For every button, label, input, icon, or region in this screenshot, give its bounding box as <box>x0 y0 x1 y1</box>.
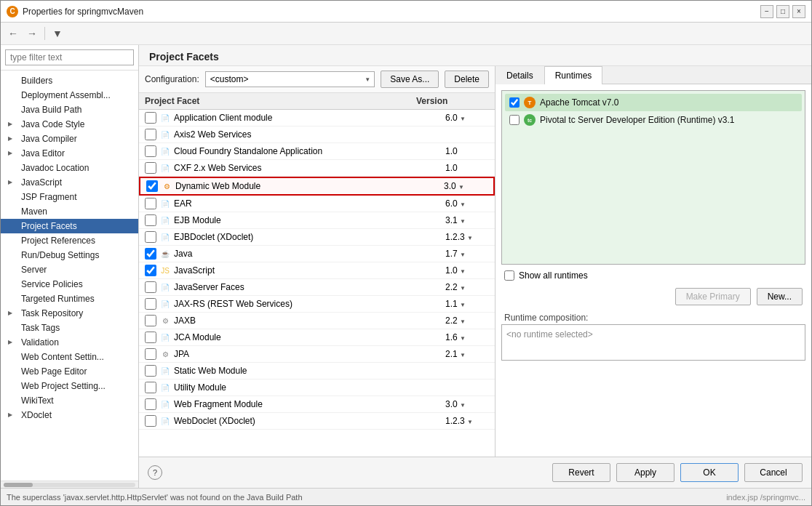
version-dropdown-arrow[interactable]: ▼ <box>458 184 464 190</box>
version-dropdown-arrow[interactable]: ▼ <box>460 218 466 225</box>
menu-button[interactable]: ▼ <box>49 25 65 41</box>
facet-checkbox[interactable] <box>145 332 156 343</box>
nav-item-run-debug-settings[interactable]: Run/Debug Settings <box>1 248 138 262</box>
facet-name: JAX-RS (REST Web Services) <box>174 299 445 309</box>
facet-checkbox[interactable] <box>145 214 156 226</box>
version-dropdown-arrow[interactable]: ▼ <box>467 235 473 241</box>
version-dropdown-arrow[interactable]: ▼ <box>467 419 473 425</box>
facet-name: JavaScript <box>174 265 445 276</box>
config-select-wrap: <custom> <box>205 71 375 87</box>
facets-area: Configuration: <custom> Save As... Delet… <box>139 66 811 457</box>
facet-checkbox[interactable] <box>145 365 156 377</box>
maximize-button[interactable]: □ <box>776 5 789 18</box>
nav-item-java-build-path[interactable]: Java Build Path <box>1 103 138 117</box>
facet-row: JSJavaScript1.0 ▼ <box>139 262 495 279</box>
ok-button[interactable]: OK <box>680 463 739 482</box>
runtime-composition-value: <no runtime selected> <box>506 329 593 340</box>
page-title: Project Facets <box>139 45 811 66</box>
nav-item-wikitext[interactable]: WikiText <box>1 393 138 408</box>
nav-item-jsp-fragment[interactable]: JSP Fragment <box>1 190 138 204</box>
gear-icon: ⚙ <box>159 348 171 360</box>
version-dropdown-arrow[interactable]: ▼ <box>460 116 466 122</box>
nav-item-javascript[interactable]: JavaScript <box>1 175 138 190</box>
make-primary-button[interactable]: Make Primary <box>675 288 751 305</box>
save-as-button[interactable]: Save As... <box>381 71 439 88</box>
facet-checkbox[interactable] <box>145 129 156 140</box>
config-select[interactable]: <custom> <box>205 71 375 87</box>
facet-checkbox[interactable] <box>145 265 156 276</box>
main-dialog: C Properties for springmvcMaven − □ × ← … <box>0 0 812 506</box>
version-dropdown-arrow[interactable]: ▼ <box>460 352 466 358</box>
facet-checkbox[interactable] <box>145 145 156 157</box>
tab-runtimes[interactable]: Runtimes <box>544 66 603 84</box>
version-dropdown-arrow[interactable]: ▼ <box>460 302 466 308</box>
revert-button[interactable]: Revert <box>552 463 610 482</box>
facet-checkbox[interactable] <box>145 248 156 260</box>
facet-checkbox[interactable] <box>145 382 156 393</box>
filter-input[interactable] <box>5 49 134 65</box>
cancel-button[interactable]: Cancel <box>744 463 803 482</box>
forward-button[interactable]: → <box>24 25 40 41</box>
nav-item-task-tags[interactable]: Task Tags <box>1 321 138 335</box>
new-runtime-button[interactable]: New... <box>757 288 803 305</box>
nav-item-targeted-runtimes[interactable]: Targeted Runtimes <box>1 292 138 306</box>
version-dropdown-arrow[interactable]: ▼ <box>460 402 466 409</box>
nav-item-validation[interactable]: Validation <box>1 335 138 350</box>
facet-checkbox[interactable] <box>145 298 156 310</box>
nav-item-javadoc-location[interactable]: Javadoc Location <box>1 161 138 175</box>
facet-checkbox[interactable] <box>145 281 156 293</box>
facet-row: 📄JCA Module1.6 ▼ <box>139 329 495 346</box>
js-icon: JS <box>159 265 171 276</box>
version-dropdown-arrow[interactable]: ▼ <box>460 335 466 342</box>
delete-button[interactable]: Delete <box>445 71 489 88</box>
nav-item-service-policies[interactable]: Service Policies <box>1 277 138 292</box>
facet-row: 📄CXF 2.x Web Services1.0 <box>139 160 495 177</box>
version-dropdown-arrow[interactable]: ▼ <box>460 201 466 208</box>
back-button[interactable]: ← <box>5 25 21 41</box>
facet-checkbox[interactable] <box>145 315 156 326</box>
facet-name: Cloud Foundry Standalone Application <box>174 146 445 156</box>
nav-item-project-references[interactable]: Project References <box>1 233 138 248</box>
nav-item-java-editor[interactable]: Java Editor <box>1 146 138 161</box>
version-dropdown-arrow[interactable]: ▼ <box>460 252 466 258</box>
show-all-checkbox[interactable] <box>504 270 514 281</box>
facet-checkbox[interactable] <box>145 398 156 410</box>
facet-version: 1.0 <box>445 146 489 156</box>
nav-item-web-page-editor[interactable]: Web Page Editor <box>1 364 138 379</box>
facet-checkbox[interactable] <box>145 112 156 124</box>
nav-item-java-code-style[interactable]: Java Code Style <box>1 117 138 132</box>
tab-details[interactable]: Details <box>495 66 544 84</box>
minimize-button[interactable]: − <box>760 5 773 18</box>
nav-item-maven[interactable]: Maven <box>1 204 138 219</box>
facet-row: ☕Java1.7 ▼ <box>139 246 495 262</box>
nav-item-java-compiler[interactable]: Java Compiler <box>1 132 138 146</box>
facet-checkbox[interactable] <box>145 162 156 174</box>
facet-name: Application Client module <box>174 113 445 123</box>
facet-row: 📄EJB Module3.1 ▼ <box>139 212 495 229</box>
runtime-checkbox[interactable] <box>509 97 520 108</box>
version-dropdown-arrow[interactable]: ▼ <box>460 318 466 325</box>
doc-icon: 📄 <box>159 231 171 243</box>
left-panel: BuildersDeployment Assembl...Java Build … <box>1 45 139 488</box>
nav-item-server[interactable]: Server <box>1 262 138 277</box>
version-dropdown-arrow[interactable]: ▼ <box>460 268 466 275</box>
nav-item-web-project-setting[interactable]: Web Project Setting... <box>1 379 138 393</box>
facet-checkbox[interactable] <box>145 415 156 427</box>
nav-item-project-facets[interactable]: Project Facets <box>1 219 138 233</box>
close-button[interactable]: × <box>792 5 805 18</box>
nav-item-xdoclet[interactable]: XDoclet <box>1 408 138 422</box>
facet-checkbox[interactable] <box>145 348 156 360</box>
facet-checkbox[interactable] <box>145 231 156 243</box>
facet-checkbox[interactable] <box>145 198 156 209</box>
version-dropdown-arrow[interactable]: ▼ <box>460 285 466 292</box>
facet-checkbox[interactable] <box>146 180 158 192</box>
runtime-list: TApache Tomcat v7.0tcPivotal tc Server D… <box>501 90 805 265</box>
nav-item-task-repository[interactable]: Task Repository <box>1 306 138 321</box>
help-icon[interactable]: ? <box>148 465 162 480</box>
apply-button[interactable]: Apply <box>616 463 674 482</box>
nav-item-builders[interactable]: Builders <box>1 73 138 88</box>
scrollbar-track[interactable] <box>4 483 135 487</box>
runtime-checkbox[interactable] <box>509 115 520 125</box>
nav-item-web-content-settings[interactable]: Web Content Settin... <box>1 350 138 364</box>
nav-item-deployment-assembly[interactable]: Deployment Assembl... <box>1 88 138 103</box>
